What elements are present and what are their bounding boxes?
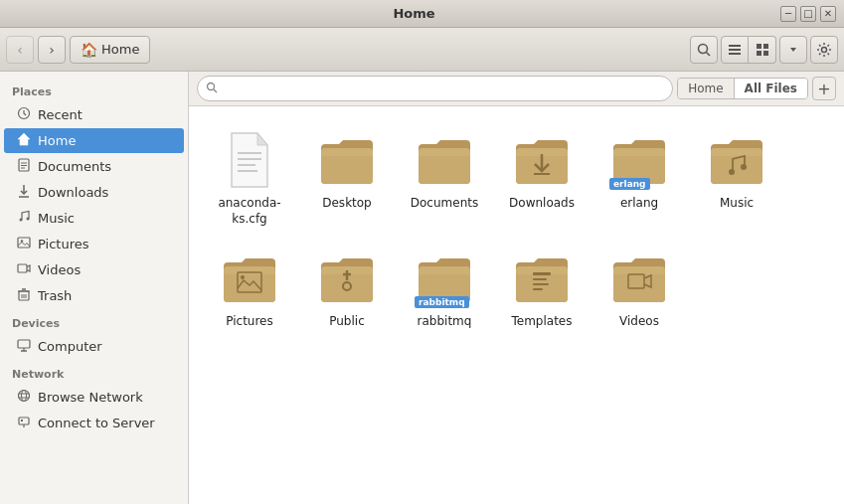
file-item-desktop[interactable]: Desktop <box>302 122 392 233</box>
svg-rect-37 <box>19 418 29 424</box>
downloads-sidebar-icon <box>16 184 32 201</box>
svg-point-40 <box>208 83 215 89</box>
sidebar-item-videos[interactable]: Videos <box>4 257 184 282</box>
svg-point-49 <box>741 164 747 170</box>
svg-rect-2 <box>729 45 741 47</box>
svg-rect-53 <box>533 272 551 275</box>
file-label-downloads: Downloads <box>509 196 575 212</box>
file-label-music: Music <box>720 196 754 212</box>
svg-rect-4 <box>729 53 741 55</box>
sidebar-item-trash-label: Trash <box>38 288 72 303</box>
file-item-erlang[interactable]: erlangerlang <box>594 122 684 233</box>
svg-rect-6 <box>763 44 768 49</box>
all-files-tab[interactable]: All Files <box>735 79 807 98</box>
svg-point-34 <box>22 391 27 402</box>
connect-server-icon <box>16 415 32 431</box>
sidebar-item-music-label: Music <box>38 211 75 226</box>
file-item-videos[interactable]: Videos <box>594 241 684 336</box>
file-icon-downloads <box>510 128 574 192</box>
sidebar-section-network: Network <box>0 360 188 384</box>
svg-rect-30 <box>18 340 30 348</box>
add-tab-button[interactable]: + <box>812 77 836 100</box>
sidebar-item-downloads-label: Downloads <box>38 185 108 200</box>
home-button-label: Home <box>101 42 139 57</box>
file-item-anaconda-ks[interactable]: anaconda-ks.cfg <box>205 122 294 233</box>
file-icon-music <box>705 128 768 192</box>
svg-point-20 <box>27 218 30 221</box>
home-button[interactable]: 🏠 Home <box>70 36 150 64</box>
home-tab[interactable]: Home <box>678 79 734 98</box>
svg-rect-55 <box>533 283 549 285</box>
sidebar-item-recent[interactable]: Recent <box>4 102 184 127</box>
sidebar-item-browse-network[interactable]: Browse Network <box>4 385 184 410</box>
window-controls: ─ □ ✕ <box>780 6 836 22</box>
sidebar: Places Recent Home <box>0 72 189 504</box>
svg-rect-23 <box>18 264 27 272</box>
file-item-downloads[interactable]: Downloads <box>497 122 587 233</box>
file-icon-videos <box>607 247 671 310</box>
file-label-pictures: Pictures <box>226 314 273 330</box>
forward-button[interactable]: › <box>38 36 66 64</box>
settings-button[interactable] <box>810 36 838 64</box>
file-label-public: Public <box>329 314 365 330</box>
svg-point-48 <box>729 169 735 175</box>
grid-view-button[interactable] <box>749 36 776 64</box>
file-item-documents[interactable]: Documents <box>400 122 489 233</box>
svg-point-10 <box>822 47 827 52</box>
main-content: Places Recent Home <box>0 72 844 504</box>
list-view-button[interactable] <box>721 36 749 64</box>
sidebar-item-downloads[interactable]: Downloads <box>4 180 184 205</box>
sidebar-section-devices: Devices <box>0 309 188 333</box>
file-label-desktop: Desktop <box>322 196 372 212</box>
file-icon-documents <box>413 128 476 192</box>
videos-sidebar-icon <box>16 261 32 278</box>
maximize-button[interactable]: □ <box>800 6 816 22</box>
sidebar-item-pictures[interactable]: Pictures <box>4 232 184 256</box>
sidebar-section-places: Places <box>0 78 188 101</box>
file-label-documents: Documents <box>411 196 478 212</box>
file-item-rabbitmq[interactable]: rabbitmqrabbitmq <box>400 241 489 336</box>
dropdown-button[interactable] <box>779 36 807 64</box>
file-label-erlang: erlang <box>620 196 658 212</box>
sidebar-item-computer[interactable]: Computer <box>4 334 184 359</box>
trash-sidebar-icon <box>16 287 32 304</box>
recent-icon <box>16 106 32 123</box>
file-icon-desktop <box>315 128 379 192</box>
sidebar-item-music[interactable]: Music <box>4 206 184 231</box>
window-title: Home <box>48 6 780 21</box>
sidebar-item-videos-label: Videos <box>38 262 81 277</box>
sidebar-item-trash[interactable]: Trash <box>4 283 184 308</box>
file-label-videos: Videos <box>619 314 659 330</box>
search-input[interactable] <box>222 82 664 96</box>
minimize-button[interactable]: ─ <box>780 6 796 22</box>
svg-rect-38 <box>21 420 23 421</box>
file-grid: anaconda-ks.cfg Desktop Documents <box>189 106 844 504</box>
back-button[interactable]: ‹ <box>6 36 34 64</box>
sidebar-item-documents-label: Documents <box>38 159 111 174</box>
file-icon-erlang: erlang <box>607 128 671 192</box>
svg-rect-5 <box>757 44 761 49</box>
toolbar: ‹ › 🏠 Home <box>0 28 844 72</box>
file-item-templates[interactable]: Templates <box>497 241 587 336</box>
sidebar-item-documents[interactable]: Documents <box>4 154 184 179</box>
search-box[interactable] <box>197 76 673 101</box>
pictures-sidebar-icon <box>16 236 32 252</box>
file-icon-pictures <box>218 247 281 310</box>
svg-marker-12 <box>18 133 30 145</box>
file-item-pictures[interactable]: Pictures <box>205 241 294 336</box>
svg-rect-56 <box>533 288 543 290</box>
path-bar: Home All Files + <box>189 72 844 106</box>
close-button[interactable]: ✕ <box>820 6 836 22</box>
home-icon: 🏠 <box>81 42 97 58</box>
music-sidebar-icon <box>16 210 32 227</box>
sidebar-item-home[interactable]: Home <box>4 128 184 153</box>
sidebar-item-connect-server[interactable]: Connect to Server <box>4 411 184 435</box>
computer-sidebar-icon <box>16 338 32 355</box>
toolbar-right <box>690 36 838 64</box>
sidebar-item-pictures-label: Pictures <box>38 237 88 252</box>
sidebar-item-home-label: Home <box>38 133 76 148</box>
search-toggle-button[interactable] <box>690 36 718 64</box>
file-item-music[interactable]: Music <box>692 122 781 233</box>
file-item-public[interactable]: Public <box>302 241 392 336</box>
svg-point-51 <box>241 275 245 279</box>
